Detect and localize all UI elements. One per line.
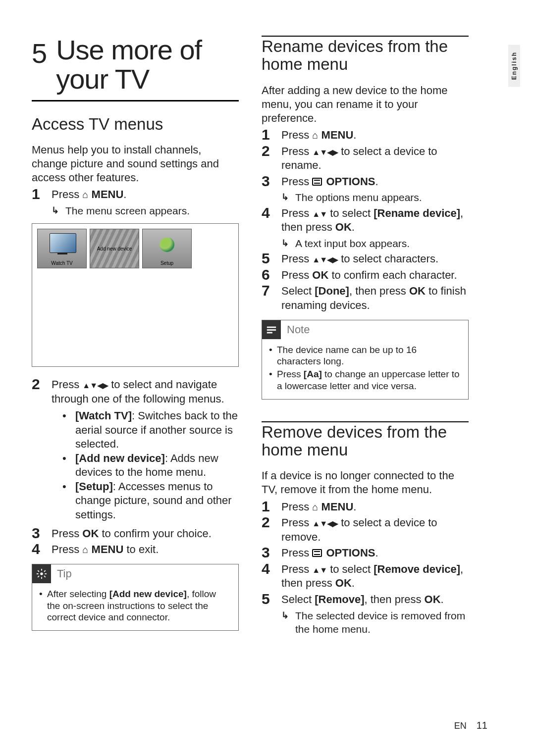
step-text: Press (281, 175, 312, 188)
step-number: 4 (262, 561, 281, 576)
step-text: Press (52, 378, 82, 391)
option-label: [Remove] (315, 593, 364, 605)
step-number: 2 (262, 515, 281, 530)
step-number: 4 (32, 542, 52, 556)
period: . (353, 501, 356, 513)
step-result: The menu screen appears. (65, 204, 239, 217)
option-label: [Remove device] (374, 563, 460, 575)
menu-label: MENU (321, 129, 354, 141)
ok-label: OK (312, 269, 328, 281)
note-text: The device name can be up to 16 characte… (277, 344, 461, 368)
options-icon (312, 178, 322, 186)
step-text: Press (52, 527, 82, 540)
step-number: 5 (262, 592, 281, 606)
step-text: Press (281, 207, 312, 219)
step-text: to select characters. (338, 252, 438, 265)
tile-label: Add new device (90, 246, 139, 252)
list-item: [Setup]: Accesses menus to change pictur… (62, 480, 239, 521)
step-text: to exit. (123, 543, 159, 555)
intro-paragraph: If a device is no longer connected to th… (262, 469, 469, 497)
note-item: Press [Aa] to change an uppercase letter… (269, 368, 461, 392)
period: . (352, 221, 355, 233)
step-5: 5 Press to select characters. (262, 252, 469, 266)
step-text: Press (281, 145, 312, 157)
step-number: 3 (262, 545, 281, 560)
step-number: 2 (262, 144, 281, 158)
section-rule (262, 36, 469, 37)
svg-point-0 (40, 572, 43, 575)
step-text: , then press (349, 285, 409, 297)
ok-label: OK (409, 285, 426, 297)
home-icon (82, 543, 88, 555)
step-text: Select (281, 285, 315, 297)
note-callout: Note The device name can be up to 16 cha… (262, 320, 469, 400)
ok-label: OK (425, 593, 441, 605)
chapter-number: 5 (32, 40, 47, 67)
step-2: 2 Press to select and navigate through o… (32, 378, 239, 524)
option-label: [Done] (315, 285, 349, 297)
step-text: to select (327, 563, 374, 575)
result-arrow-icon (281, 238, 295, 249)
step-number: 3 (32, 526, 52, 541)
step-result: The selected device is removed from the … (295, 609, 469, 636)
result-arrow-icon (52, 205, 65, 216)
step-text: Press (281, 129, 312, 141)
tile-add-device: Add new device (90, 229, 139, 268)
tip-label: Tip (51, 567, 72, 581)
step-6: 6 Press OK to confirm each character. (262, 268, 469, 283)
bullet-label: [Add new device] (75, 452, 165, 464)
step-text: to confirm each character. (328, 269, 457, 281)
right-column: Rename devices from the home menu After … (262, 36, 469, 638)
language-tab: English (508, 45, 520, 87)
page-footer: EN 11 (454, 720, 487, 731)
svg-rect-8 (44, 570, 46, 572)
step-text: Press (281, 547, 312, 559)
tile-label: Watch TV (38, 260, 86, 266)
step-text: Press (281, 269, 312, 281)
period: . (441, 593, 444, 605)
step-number: 7 (262, 283, 281, 298)
step-text: , then press (365, 593, 425, 605)
step-4: 4 Press to select [Remove device], then … (262, 562, 469, 591)
bullet-label: [Setup] (75, 480, 113, 493)
step-1: 1 Press MENU. (262, 128, 469, 143)
step-5: 5 Select [Remove], then press OK. The se… (262, 593, 469, 636)
tip-callout: Tip After selecting [Add new device], fo… (32, 564, 239, 631)
svg-rect-1 (41, 569, 42, 571)
step-3: 3 Press OPTIONS. (262, 546, 469, 560)
nav-updown-icon (312, 563, 327, 575)
ok-label: OK (82, 527, 99, 540)
result-arrow-icon (281, 192, 295, 203)
two-column-layout: 5 Use more of your TV Access TV menus Me… (32, 36, 487, 638)
svg-rect-5 (38, 570, 40, 572)
svg-rect-4 (45, 573, 47, 574)
tv-stand-icon (57, 253, 67, 254)
step-number: 2 (32, 377, 52, 392)
note-label: Note (281, 323, 310, 337)
svg-rect-9 (267, 326, 276, 328)
nav-updown-icon (312, 207, 327, 219)
step-4: 4 Press to select [Rename device], then … (262, 206, 469, 250)
svg-rect-6 (44, 575, 46, 577)
home-icon (82, 188, 88, 201)
step-text: to select (327, 207, 374, 219)
svg-rect-2 (41, 577, 42, 579)
period: . (375, 175, 378, 188)
step-number: 1 (262, 127, 281, 142)
step-text: to confirm your choice. (99, 527, 211, 540)
step-4: 4 Press MENU to exit. (32, 543, 239, 557)
note-bold: [Aa] (304, 369, 322, 379)
menu-label: MENU (92, 543, 124, 555)
step-text: Press (281, 563, 312, 575)
chapter-title-text: Use more of your TV (56, 36, 239, 94)
callout-header: Tip (32, 564, 238, 583)
tip-bold: [Add new device] (109, 589, 187, 599)
options-label: OPTIONS (326, 175, 375, 188)
section-title-rename: Rename devices from the home menu (262, 38, 469, 74)
step-3: 3 Press OPTIONS. The options menu appear… (262, 175, 469, 204)
step-text: Press (52, 543, 82, 555)
step-2: 2 Press to select a device to remove. (262, 516, 469, 544)
svg-rect-7 (38, 575, 40, 577)
page-number: 11 (477, 720, 487, 731)
section-rule (262, 421, 469, 422)
